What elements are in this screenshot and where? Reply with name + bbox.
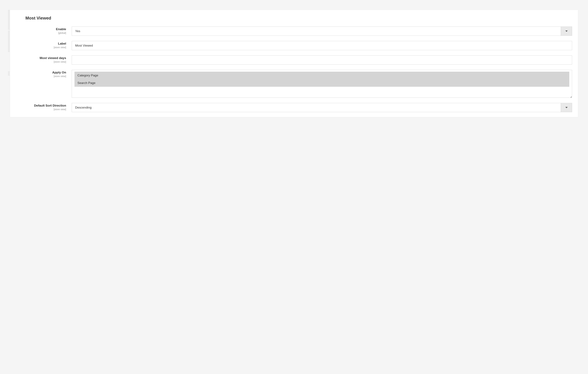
label-label-scope: [store view]: [16, 46, 66, 49]
label-sort-direction-scope: [store view]: [16, 108, 66, 111]
field-row-apply-on: Apply On [store view] Category Page Sear…: [16, 70, 572, 98]
left-tab-stub-2: [8, 31, 10, 52]
field-row-label: Label [store view]: [16, 41, 572, 50]
enable-select[interactable]: Yes: [72, 27, 572, 36]
left-tab-stub-3: [8, 71, 10, 76]
apply-on-multiselect[interactable]: Category Page Search Page: [72, 70, 572, 98]
svg-marker-0: [565, 30, 568, 32]
label-apply-on: Apply On [store view]: [16, 70, 72, 78]
apply-on-option-category[interactable]: Category Page: [74, 72, 569, 79]
section-title: Most Viewed: [16, 16, 572, 21]
label-input[interactable]: [72, 41, 572, 50]
label-days-scope: [store view]: [16, 60, 66, 63]
field-row-days: Most viewed days [store view]: [16, 55, 572, 65]
label-label-text: Label: [58, 42, 66, 45]
label-label: Label [store view]: [16, 41, 72, 49]
days-input[interactable]: [72, 55, 572, 65]
apply-on-option-search[interactable]: Search Page: [74, 79, 569, 87]
label-sort-direction-text: Default Sort Direction: [34, 104, 66, 107]
sort-direction-select[interactable]: Descending: [72, 103, 572, 112]
chevron-down-icon: [561, 103, 572, 112]
sort-direction-select-value: Descending: [72, 106, 561, 109]
chevron-down-icon: [561, 27, 572, 36]
label-enable: Enable [global]: [16, 27, 72, 34]
field-row-sort-direction: Default Sort Direction [store view] Desc…: [16, 103, 572, 112]
label-apply-on-scope: [store view]: [16, 75, 66, 78]
label-enable-scope: [global]: [16, 31, 66, 34]
enable-select-value: Yes: [72, 29, 561, 33]
settings-panel: Most Viewed Enable [global] Yes Label [s…: [10, 10, 578, 117]
label-enable-text: Enable: [56, 27, 66, 31]
resize-grip-icon: [569, 95, 572, 97]
left-tab-stub-1: [8, 10, 10, 30]
field-row-enable: Enable [global] Yes: [16, 27, 572, 36]
label-sort-direction: Default Sort Direction [store view]: [16, 103, 72, 111]
label-days: Most viewed days [store view]: [16, 55, 72, 63]
label-apply-on-text: Apply On: [52, 71, 66, 74]
label-days-text: Most viewed days: [40, 56, 66, 60]
svg-marker-1: [565, 107, 568, 108]
